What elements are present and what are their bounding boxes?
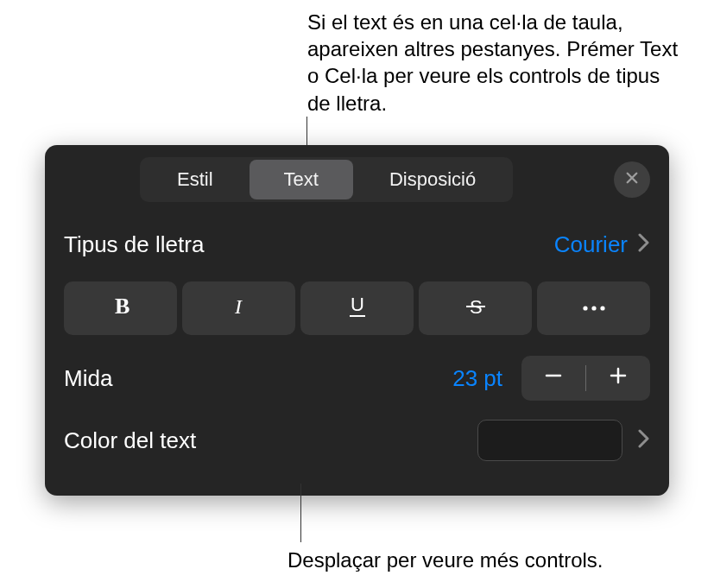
svg-point-6 xyxy=(583,306,587,310)
size-label: Mida xyxy=(64,365,452,392)
format-panel: Estil Text Disposició Tipus de lletra Co… xyxy=(45,145,669,496)
svg-point-8 xyxy=(600,306,604,310)
tab-segmented-control: Estil Text Disposició xyxy=(140,157,513,202)
bold-button[interactable]: B xyxy=(64,281,177,335)
chevron-right-icon xyxy=(638,231,650,258)
text-color-label: Color del text xyxy=(64,427,477,454)
size-value: 23 pt xyxy=(452,365,502,392)
strikethrough-button[interactable]: S xyxy=(419,281,532,335)
chevron-right-icon xyxy=(638,427,650,454)
font-label: Tipus de lletra xyxy=(64,231,554,258)
close-button[interactable] xyxy=(614,161,650,198)
strikethrough-icon: S xyxy=(464,294,487,322)
svg-point-7 xyxy=(591,306,596,310)
svg-text:B: B xyxy=(115,294,130,319)
italic-icon: I xyxy=(229,294,250,322)
tab-style[interactable]: Estil xyxy=(142,160,248,199)
tab-layout[interactable]: Disposició xyxy=(355,160,510,199)
font-value: Courier xyxy=(554,231,628,258)
font-row[interactable]: Tipus de lletra Courier xyxy=(64,216,650,273)
more-options-button[interactable] xyxy=(537,281,650,335)
plus-icon xyxy=(608,365,629,392)
callout-bottom-text: Desplaçar per veure més controls. xyxy=(287,548,603,572)
bold-icon: B xyxy=(111,294,131,322)
svg-text:U: U xyxy=(351,294,364,315)
callout-top-text: Si el text és en una cel·la de taula, ap… xyxy=(307,9,687,117)
minus-icon xyxy=(543,365,564,392)
tab-bar: Estil Text Disposició xyxy=(64,157,650,202)
text-style-buttons: B I U S xyxy=(64,281,650,335)
tab-text[interactable]: Text xyxy=(250,160,353,199)
close-icon xyxy=(624,170,640,189)
italic-button[interactable]: I xyxy=(182,281,295,335)
size-decrease-button[interactable] xyxy=(521,356,585,401)
callout-leader-bottom xyxy=(300,484,301,542)
size-stepper xyxy=(521,356,650,401)
text-color-row[interactable]: Color del text xyxy=(64,409,650,471)
size-increase-button[interactable] xyxy=(586,356,650,401)
ellipsis-icon xyxy=(581,300,607,316)
svg-text:I: I xyxy=(234,295,243,318)
underline-button[interactable]: U xyxy=(300,281,414,335)
size-row: Mida 23 pt xyxy=(64,347,650,409)
text-color-swatch[interactable] xyxy=(477,420,622,461)
underline-icon: U xyxy=(346,294,369,323)
